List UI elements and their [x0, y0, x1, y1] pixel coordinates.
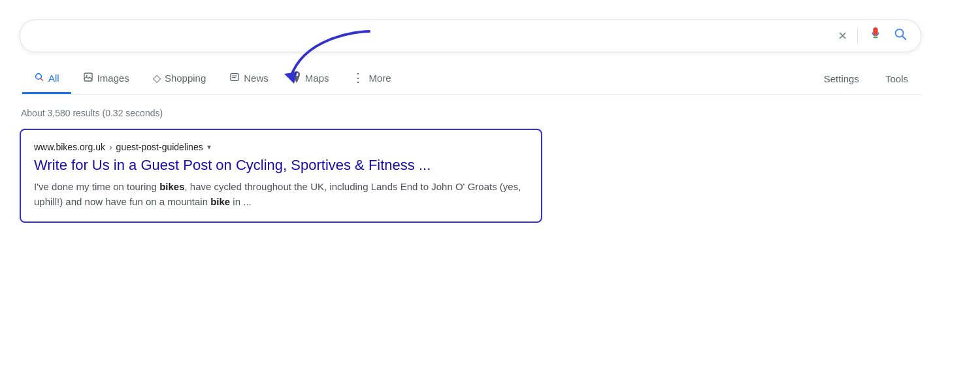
results-summary: About 3,580 results (0.32 seconds) — [20, 108, 921, 118]
settings-item[interactable]: Settings — [813, 65, 870, 92]
tab-news[interactable]: News — [218, 64, 280, 94]
result-snippet: I've done my time on touring bikes, have… — [34, 179, 528, 210]
search-input[interactable]: inurl:guest-post cycling — [33, 29, 838, 44]
result-card: www.bikes.org.uk › guest-post-guidelines… — [20, 129, 542, 223]
tools-item[interactable]: Tools — [875, 65, 919, 92]
tab-more-label: More — [368, 73, 391, 84]
nav-settings: Settings Tools — [813, 65, 919, 92]
tab-images-label: Images — [97, 73, 129, 84]
tab-all[interactable]: All — [22, 64, 71, 94]
all-search-icon — [34, 72, 44, 84]
maps-icon — [292, 71, 301, 85]
tab-news-label: News — [244, 73, 269, 84]
result-domain: www.bikes.org.uk — [34, 142, 105, 152]
tab-shopping[interactable]: ◇ Shopping — [141, 64, 218, 94]
shopping-icon: ◇ — [153, 72, 161, 84]
tab-maps-label: Maps — [305, 73, 329, 84]
svg-rect-1 — [874, 27, 877, 33]
tab-all-label: All — [48, 73, 59, 84]
result-title[interactable]: Write for Us in a Guest Post on Cycling,… — [34, 156, 528, 175]
divider — [857, 28, 858, 44]
svg-rect-8 — [84, 73, 92, 81]
images-icon — [83, 72, 93, 84]
svg-point-9 — [86, 74, 87, 76]
search-icon[interactable] — [893, 27, 907, 45]
voice-icon[interactable] — [868, 27, 883, 45]
result-breadcrumb: www.bikes.org.uk › guest-post-guidelines… — [34, 142, 528, 152]
tab-more[interactable]: ⋮ More — [340, 63, 402, 95]
breadcrumb-separator: › — [109, 142, 112, 152]
tab-shopping-label: Shopping — [165, 73, 206, 84]
tab-maps[interactable]: Maps — [280, 63, 341, 95]
search-nav: All Images ◇ Shopping — [20, 63, 921, 95]
svg-line-5 — [902, 36, 906, 39]
search-bar: inurl:guest-post cycling × — [20, 20, 921, 52]
svg-rect-10 — [231, 73, 238, 80]
more-icon: ⋮ — [352, 71, 365, 85]
breadcrumb-dropdown-icon[interactable]: ▾ — [207, 142, 211, 152]
result-breadcrumb-path: guest-post-guidelines — [116, 142, 203, 152]
tab-images[interactable]: Images — [71, 64, 141, 94]
clear-icon[interactable]: × — [838, 27, 847, 44]
svg-line-7 — [41, 78, 42, 80]
news-icon — [229, 72, 240, 84]
